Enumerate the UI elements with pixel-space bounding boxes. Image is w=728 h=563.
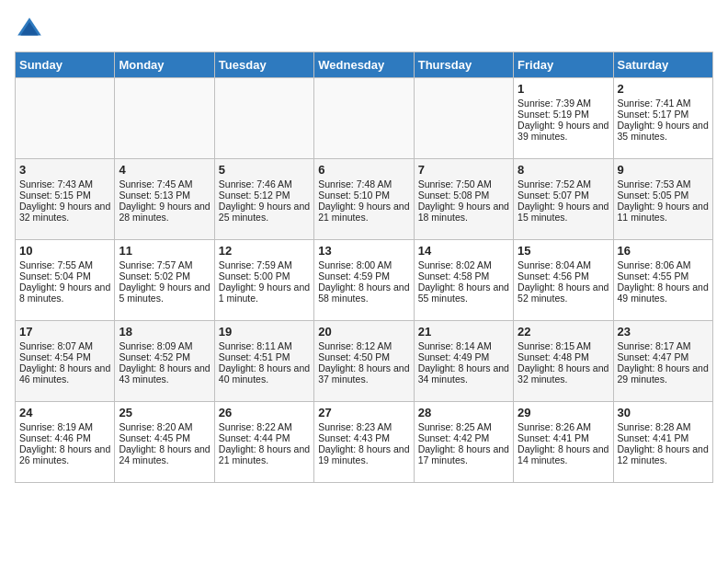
calendar-cell: 10Sunrise: 7:55 AM Sunset: 5:04 PM Dayli… bbox=[16, 240, 115, 321]
day-info: Sunrise: 8:17 AM Sunset: 4:47 PM Dayligh… bbox=[618, 340, 709, 385]
day-info: Sunrise: 8:06 AM Sunset: 4:55 PM Dayligh… bbox=[618, 259, 709, 304]
week-row-4: 17Sunrise: 8:07 AM Sunset: 4:54 PM Dayli… bbox=[16, 321, 713, 402]
day-number: 4 bbox=[119, 163, 210, 177]
calendar-cell bbox=[414, 78, 513, 159]
day-info: Sunrise: 8:11 AM Sunset: 4:51 PM Dayligh… bbox=[219, 340, 310, 385]
calendar-cell: 30Sunrise: 8:28 AM Sunset: 4:41 PM Dayli… bbox=[613, 402, 712, 483]
day-number: 7 bbox=[418, 163, 509, 177]
day-info: Sunrise: 8:15 AM Sunset: 4:48 PM Dayligh… bbox=[518, 340, 609, 385]
calendar-cell: 18Sunrise: 8:09 AM Sunset: 4:52 PM Dayli… bbox=[115, 321, 214, 402]
col-header-friday: Friday bbox=[514, 52, 613, 78]
day-info: Sunrise: 7:52 AM Sunset: 5:07 PM Dayligh… bbox=[518, 178, 609, 223]
calendar-cell: 22Sunrise: 8:15 AM Sunset: 4:48 PM Dayli… bbox=[514, 321, 613, 402]
calendar-cell: 29Sunrise: 8:26 AM Sunset: 4:41 PM Dayli… bbox=[514, 402, 613, 483]
day-info: Sunrise: 8:26 AM Sunset: 4:41 PM Dayligh… bbox=[518, 421, 609, 465]
calendar-cell bbox=[214, 78, 313, 159]
day-number: 5 bbox=[219, 163, 310, 177]
day-number: 10 bbox=[19, 244, 110, 258]
day-number: 19 bbox=[219, 325, 310, 339]
day-info: Sunrise: 7:41 AM Sunset: 5:17 PM Dayligh… bbox=[618, 98, 709, 142]
day-info: Sunrise: 8:20 AM Sunset: 4:45 PM Dayligh… bbox=[119, 421, 210, 465]
col-header-tuesday: Tuesday bbox=[214, 52, 313, 78]
col-header-saturday: Saturday bbox=[613, 52, 712, 78]
day-number: 23 bbox=[618, 325, 709, 339]
calendar-cell bbox=[115, 78, 214, 159]
week-row-2: 3Sunrise: 7:43 AM Sunset: 5:15 PM Daylig… bbox=[16, 159, 713, 240]
page-header bbox=[15, 15, 713, 44]
calendar-cell: 23Sunrise: 8:17 AM Sunset: 4:47 PM Dayli… bbox=[613, 321, 712, 402]
calendar-cell: 5Sunrise: 7:46 AM Sunset: 5:12 PM Daylig… bbox=[214, 159, 313, 240]
calendar-cell: 4Sunrise: 7:45 AM Sunset: 5:13 PM Daylig… bbox=[115, 159, 214, 240]
day-number: 24 bbox=[19, 406, 110, 419]
calendar-cell: 12Sunrise: 7:59 AM Sunset: 5:00 PM Dayli… bbox=[214, 240, 313, 321]
day-info: Sunrise: 8:07 AM Sunset: 4:54 PM Dayligh… bbox=[19, 340, 110, 385]
calendar-cell: 20Sunrise: 8:12 AM Sunset: 4:50 PM Dayli… bbox=[314, 321, 414, 402]
day-number: 18 bbox=[119, 325, 210, 339]
day-info: Sunrise: 8:00 AM Sunset: 4:59 PM Dayligh… bbox=[318, 259, 409, 304]
day-number: 20 bbox=[318, 325, 409, 339]
calendar-cell: 27Sunrise: 8:23 AM Sunset: 4:43 PM Dayli… bbox=[314, 402, 414, 483]
calendar-cell: 13Sunrise: 8:00 AM Sunset: 4:59 PM Dayli… bbox=[314, 240, 414, 321]
day-number: 1 bbox=[518, 82, 609, 96]
day-number: 29 bbox=[518, 406, 609, 419]
col-header-monday: Monday bbox=[115, 52, 214, 78]
day-info: Sunrise: 8:25 AM Sunset: 4:42 PM Dayligh… bbox=[418, 421, 509, 465]
day-number: 28 bbox=[418, 406, 509, 419]
calendar-cell: 1Sunrise: 7:39 AM Sunset: 5:19 PM Daylig… bbox=[514, 78, 613, 159]
calendar-cell: 17Sunrise: 8:07 AM Sunset: 4:54 PM Dayli… bbox=[16, 321, 115, 402]
day-number: 14 bbox=[418, 244, 509, 258]
calendar-cell: 3Sunrise: 7:43 AM Sunset: 5:15 PM Daylig… bbox=[16, 159, 115, 240]
day-info: Sunrise: 8:02 AM Sunset: 4:58 PM Dayligh… bbox=[418, 259, 509, 304]
day-info: Sunrise: 7:50 AM Sunset: 5:08 PM Dayligh… bbox=[418, 178, 509, 223]
day-info: Sunrise: 8:22 AM Sunset: 4:44 PM Dayligh… bbox=[219, 421, 310, 465]
day-number: 9 bbox=[618, 163, 709, 177]
calendar-cell: 24Sunrise: 8:19 AM Sunset: 4:46 PM Dayli… bbox=[16, 402, 115, 483]
week-row-5: 24Sunrise: 8:19 AM Sunset: 4:46 PM Dayli… bbox=[16, 402, 713, 483]
day-info: Sunrise: 7:55 AM Sunset: 5:04 PM Dayligh… bbox=[19, 259, 110, 304]
day-info: Sunrise: 7:48 AM Sunset: 5:10 PM Dayligh… bbox=[318, 178, 409, 223]
day-number: 15 bbox=[518, 244, 609, 258]
col-header-wednesday: Wednesday bbox=[314, 52, 414, 78]
day-number: 12 bbox=[219, 244, 310, 258]
day-number: 21 bbox=[418, 325, 509, 339]
day-number: 25 bbox=[119, 406, 210, 419]
calendar-header-row: SundayMondayTuesdayWednesdayThursdayFrid… bbox=[16, 52, 713, 78]
day-info: Sunrise: 8:19 AM Sunset: 4:46 PM Dayligh… bbox=[19, 421, 110, 465]
day-info: Sunrise: 7:53 AM Sunset: 5:05 PM Dayligh… bbox=[618, 178, 709, 223]
calendar-cell: 21Sunrise: 8:14 AM Sunset: 4:49 PM Dayli… bbox=[414, 321, 513, 402]
calendar-cell bbox=[314, 78, 414, 159]
day-info: Sunrise: 8:04 AM Sunset: 4:56 PM Dayligh… bbox=[518, 259, 609, 304]
day-number: 22 bbox=[518, 325, 609, 339]
day-number: 30 bbox=[618, 406, 709, 419]
calendar-cell: 6Sunrise: 7:48 AM Sunset: 5:10 PM Daylig… bbox=[314, 159, 414, 240]
calendar-cell: 15Sunrise: 8:04 AM Sunset: 4:56 PM Dayli… bbox=[514, 240, 613, 321]
day-info: Sunrise: 7:46 AM Sunset: 5:12 PM Dayligh… bbox=[219, 178, 310, 223]
calendar-cell: 26Sunrise: 8:22 AM Sunset: 4:44 PM Dayli… bbox=[214, 402, 313, 483]
day-info: Sunrise: 7:45 AM Sunset: 5:13 PM Dayligh… bbox=[119, 178, 210, 223]
day-number: 2 bbox=[618, 82, 709, 96]
logo-icon bbox=[15, 15, 44, 44]
day-number: 16 bbox=[618, 244, 709, 258]
calendar-cell: 2Sunrise: 7:41 AM Sunset: 5:17 PM Daylig… bbox=[613, 78, 712, 159]
week-row-3: 10Sunrise: 7:55 AM Sunset: 5:04 PM Dayli… bbox=[16, 240, 713, 321]
calendar-cell bbox=[16, 78, 115, 159]
week-row-1: 1Sunrise: 7:39 AM Sunset: 5:19 PM Daylig… bbox=[16, 78, 713, 159]
calendar-table: SundayMondayTuesdayWednesdayThursdayFrid… bbox=[15, 52, 713, 483]
calendar-cell: 7Sunrise: 7:50 AM Sunset: 5:08 PM Daylig… bbox=[414, 159, 513, 240]
day-number: 8 bbox=[518, 163, 609, 177]
day-number: 3 bbox=[19, 163, 110, 177]
calendar-cell: 9Sunrise: 7:53 AM Sunset: 5:05 PM Daylig… bbox=[613, 159, 712, 240]
day-info: Sunrise: 8:09 AM Sunset: 4:52 PM Dayligh… bbox=[119, 340, 210, 385]
day-info: Sunrise: 7:57 AM Sunset: 5:02 PM Dayligh… bbox=[119, 259, 210, 304]
calendar-cell: 16Sunrise: 8:06 AM Sunset: 4:55 PM Dayli… bbox=[613, 240, 712, 321]
calendar-cell: 28Sunrise: 8:25 AM Sunset: 4:42 PM Dayli… bbox=[414, 402, 513, 483]
day-info: Sunrise: 7:39 AM Sunset: 5:19 PM Dayligh… bbox=[518, 98, 609, 142]
day-number: 17 bbox=[19, 325, 110, 339]
day-number: 27 bbox=[318, 406, 409, 419]
calendar-cell: 14Sunrise: 8:02 AM Sunset: 4:58 PM Dayli… bbox=[414, 240, 513, 321]
day-number: 13 bbox=[318, 244, 409, 258]
logo bbox=[15, 15, 48, 44]
calendar-cell: 25Sunrise: 8:20 AM Sunset: 4:45 PM Dayli… bbox=[115, 402, 214, 483]
day-number: 11 bbox=[119, 244, 210, 258]
day-info: Sunrise: 7:59 AM Sunset: 5:00 PM Dayligh… bbox=[219, 259, 310, 304]
